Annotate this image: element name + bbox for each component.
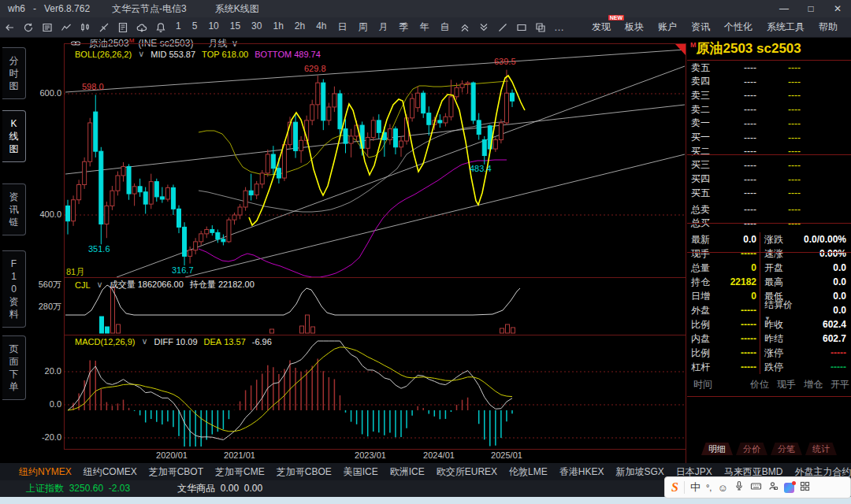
period-周[interactable]: 周 xyxy=(353,20,373,34)
exchange-tab-伦敦LME[interactable]: 伦敦LME xyxy=(509,465,548,479)
trade-list-header: 时间价位现手增仓开平 xyxy=(687,378,851,391)
person-icon[interactable] xyxy=(767,480,779,495)
slash-icon[interactable] xyxy=(493,19,512,36)
timeline-icon[interactable] xyxy=(57,19,76,36)
emoji-icon[interactable]: ☺ xyxy=(717,482,727,494)
order-icon[interactable] xyxy=(113,19,132,36)
period-年[interactable]: 年 xyxy=(414,20,435,34)
period-10[interactable]: 10 xyxy=(203,20,224,34)
chevron-down-icon[interactable]: ∨ xyxy=(138,49,144,59)
annotation-81月: 81月 xyxy=(66,266,84,278)
boll-indicator-header[interactable]: BOLL(26,26,2) ∨ MID 553.87 TOP 618.00 BO… xyxy=(75,49,321,59)
period-1[interactable]: 1 xyxy=(170,20,187,34)
chevrons-up-icon[interactable] xyxy=(455,19,474,36)
drawline-icon[interactable] xyxy=(95,19,113,36)
stat-row-最新: 最新0.0涨跌0.0/0.00% xyxy=(687,232,851,246)
quote-list-icon[interactable] xyxy=(38,19,57,36)
annotation-598.0: 598.0 xyxy=(82,82,104,91)
punctuation-icon[interactable]: °, xyxy=(706,483,712,492)
kline-icon[interactable] xyxy=(76,19,95,36)
period-5[interactable]: 5 xyxy=(187,20,203,34)
book-row-买三: 买三-------- xyxy=(687,158,851,172)
shanghai-index[interactable]: 上证指数 3250.60 -2.03 xyxy=(26,482,130,495)
exchange-tab-香港HKEX[interactable]: 香港HKEX xyxy=(559,465,604,479)
exchange-tab-欧洲ICE[interactable]: 欧洲ICE xyxy=(390,465,425,479)
wenhua-commodity-index[interactable]: 文华商品 0.00 0.00 xyxy=(177,482,262,495)
period-15[interactable]: 15 xyxy=(225,20,246,34)
mic-icon[interactable] xyxy=(734,480,745,495)
cjl-name[interactable]: CJL xyxy=(75,280,91,290)
macd-pane[interactable] xyxy=(64,335,686,449)
period-4h[interactable]: 4h xyxy=(310,20,332,34)
book-row-买一: 买一-------- xyxy=(687,131,851,145)
close-button[interactable]: ✕ xyxy=(824,0,851,17)
boll-bottom-value: 489.74 xyxy=(294,50,321,59)
y-axis-label: -20.0 xyxy=(32,432,61,442)
exchange-tab-芝加哥CBOE[interactable]: 芝加哥CBOE xyxy=(277,465,332,479)
period-1h[interactable]: 1h xyxy=(267,20,288,34)
period-2h[interactable]: 2h xyxy=(289,20,310,34)
panel-separator xyxy=(687,396,851,397)
chevron-down-icon[interactable]: ∨ xyxy=(141,336,147,346)
keyboard-icon[interactable] xyxy=(750,480,762,495)
period-月[interactable]: 月 xyxy=(373,20,394,34)
refresh-icon[interactable] xyxy=(19,19,38,36)
stat-row-外盘: 外盘-----结算价 ▼0.0 xyxy=(687,303,851,317)
overlay-icon[interactable] xyxy=(531,19,550,36)
sidebar-tab-页面下单[interactable]: 页面下单 xyxy=(2,335,26,400)
macd-indicator-header[interactable]: MACD(12,26,9) ∨ DIFF 10.09 DEA 13.57 -6.… xyxy=(75,336,272,346)
menu-0[interactable]: 发现NEW xyxy=(585,20,618,34)
panel-tab-统计[interactable]: 统计 xyxy=(805,443,837,455)
boll-name[interactable]: BOLL(26,26,2) xyxy=(75,50,132,59)
alert-bell-icon[interactable] xyxy=(151,19,170,36)
kline-chart[interactable] xyxy=(64,43,686,277)
period-自[interactable]: 自 xyxy=(435,20,455,34)
menu-4[interactable]: 个性化 xyxy=(717,20,760,34)
panel-tab-分笔[interactable]: 分笔 xyxy=(771,443,802,455)
book-row-卖三: 卖三-------- xyxy=(687,88,851,102)
exchange-tab-新加坡SGX[interactable]: 新加坡SGX xyxy=(615,465,663,479)
sidebar-tab-资讯链[interactable]: 资讯链 xyxy=(2,183,26,235)
macd-name[interactable]: MACD(12,26,9) xyxy=(75,337,135,346)
period-日[interactable]: 日 xyxy=(333,20,353,34)
menu-1[interactable]: 板块 xyxy=(618,20,651,34)
divider xyxy=(684,481,685,494)
exchange-tab-芝加哥CBOT[interactable]: 芝加哥CBOT xyxy=(149,465,203,479)
chevrons-down-icon[interactable] xyxy=(474,19,493,36)
menu-3[interactable]: 资讯 xyxy=(684,20,717,34)
sidebar-tab-K线图[interactable]: K线图 xyxy=(2,110,26,162)
sidebar-tab-F10资料[interactable]: F10资料 xyxy=(2,250,26,328)
skin-icon[interactable] xyxy=(784,483,794,493)
sogou-logo[interactable]: S xyxy=(671,480,678,495)
book-row-买二: 买二-------- xyxy=(687,144,851,158)
cloud-icon[interactable] xyxy=(132,19,151,36)
y-axis-label: 560万 xyxy=(32,279,61,291)
y-axis-label: 0.0 xyxy=(32,399,61,409)
sidebar-tab-分时图[interactable]: 分时图 xyxy=(2,47,26,99)
minimize-button[interactable]: — xyxy=(771,0,797,17)
menu-6[interactable]: 帮助 xyxy=(812,20,845,34)
more-icon[interactable]: … xyxy=(550,19,569,36)
exchange-tab-芝加哥CME[interactable]: 芝加哥CME xyxy=(215,465,265,479)
exchange-tab-纽约COMEX[interactable]: 纽约COMEX xyxy=(84,465,137,479)
exchange-tab-纽约NYMEX[interactable]: 纽约NYMEX xyxy=(19,465,72,479)
menu-5[interactable]: 系统工具 xyxy=(760,20,812,34)
ime-toolbar[interactable]: S 中 °, ☺ xyxy=(664,476,851,498)
exchange-tab-欧交所EUREX[interactable]: 欧交所EUREX xyxy=(437,465,497,479)
menu-2[interactable]: 账户 xyxy=(651,20,684,34)
new-badge: NEW xyxy=(608,15,624,20)
chinese-mode-icon[interactable]: 中 xyxy=(690,480,700,495)
period-季[interactable]: 季 xyxy=(394,20,414,34)
chevron-down-icon[interactable]: ∨ xyxy=(97,280,103,290)
exchange-tab-美国ICE[interactable]: 美国ICE xyxy=(344,465,378,479)
panel-tab-分价[interactable]: 分价 xyxy=(736,443,767,455)
period-30[interactable]: 30 xyxy=(246,20,267,34)
grid-icon[interactable] xyxy=(800,480,810,495)
book-row-买五: 买五-------- xyxy=(687,186,851,200)
rect-icon[interactable] xyxy=(512,19,531,36)
back-icon[interactable] xyxy=(0,19,19,36)
stats-divider xyxy=(760,232,760,374)
panel-tab-明细[interactable]: 明细 xyxy=(701,443,733,455)
volume-indicator-header[interactable]: CJL ∨ 成交量 1862066.00 持仓量 22182.00 xyxy=(75,279,255,291)
maximize-button[interactable]: □ xyxy=(797,0,824,17)
